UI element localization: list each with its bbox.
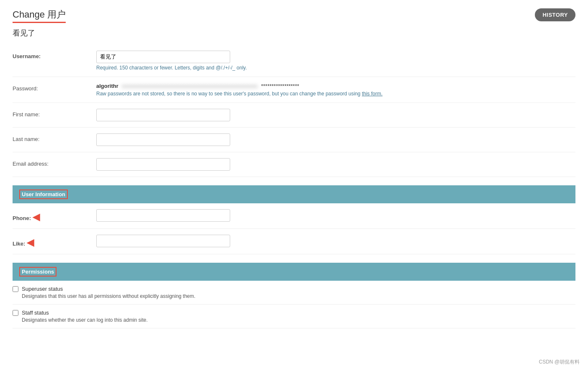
username-field: Required. 150 characters or fewer. Lette… [96, 51, 575, 71]
like-input[interactable] [96, 235, 230, 247]
firstname-row: First name: [13, 103, 575, 128]
superuser-checkbox[interactable] [13, 286, 18, 292]
staff-row: Staff status Designates whether the user… [13, 305, 575, 328]
staff-checkbox[interactable] [13, 310, 18, 316]
staff-label[interactable]: Staff status [13, 310, 575, 316]
lastname-input[interactable] [96, 133, 230, 146]
permissions-section-header: Permissions [13, 263, 575, 281]
superuser-help: Designates that this user has all permis… [13, 293, 575, 299]
lastname-field [96, 133, 575, 146]
password-hash: xxxxxxxxxxxxxxxxxxxxxxxxxxxxxxxxxxxxxxxx… [122, 83, 258, 89]
staff-help: Designates whether the user can log into… [13, 317, 575, 323]
current-username-display: 看见了 [13, 28, 575, 38]
password-label: Password: [13, 83, 96, 92]
firstname-field [96, 109, 575, 121]
user-info-section-header: User Information [13, 185, 575, 203]
user-info-section-label: User Information [19, 190, 68, 199]
firstname-input[interactable] [96, 109, 230, 121]
username-input[interactable] [96, 51, 230, 63]
user-info-section-body: Phone: Like: [13, 203, 575, 254]
email-row: Email address: [13, 152, 575, 177]
user-form: Username: Required. 150 characters or fe… [13, 45, 575, 177]
username-help: Required. 150 characters or fewer. Lette… [96, 65, 575, 71]
username-label: Username: [13, 51, 96, 59]
firstname-label: First name: [13, 109, 96, 118]
password-stars: ****************** [261, 83, 299, 89]
email-input[interactable] [96, 158, 230, 171]
password-row: Password: algorithr xxxxxxxxxxxxxxxxxxxx… [13, 77, 575, 103]
lastname-row: Last name: [13, 128, 575, 152]
superuser-row: Superuser status Designates that this us… [13, 281, 575, 305]
lastname-label: Last name: [13, 133, 96, 142]
like-arrow-icon [27, 241, 34, 247]
password-display: algorithr xxxxxxxxxxxxxxxxxxxxxxxxxxxxxx… [96, 83, 575, 89]
page-title-area: Change 用户 [13, 8, 66, 24]
history-button[interactable]: HISTORY [535, 8, 575, 21]
permissions-section: Permissions Superuser status Designates … [13, 263, 575, 328]
page-header: Change 用户 HISTORY [13, 8, 575, 24]
phone-label: Phone: [13, 209, 96, 223]
password-help: Raw passwords are not stored, so there i… [96, 91, 575, 97]
username-row: Username: Required. 150 characters or fe… [13, 45, 575, 77]
phone-row: Phone: [13, 203, 575, 229]
like-field [96, 235, 575, 247]
like-label: Like: [13, 235, 96, 248]
password-field: algorithr xxxxxxxxxxxxxxxxxxxxxxxxxxxxxx… [96, 83, 575, 97]
email-label: Email address: [13, 158, 96, 167]
phone-input[interactable] [96, 209, 230, 222]
phone-arrow-icon [33, 215, 40, 221]
password-algo: algorithr [96, 83, 118, 89]
like-row: Like: [13, 229, 575, 254]
superuser-label[interactable]: Superuser status [13, 286, 575, 292]
email-field [96, 158, 575, 171]
change-password-link[interactable]: this form. [362, 91, 383, 97]
page-title: Change 用户 [13, 8, 66, 23]
permissions-section-label: Permissions [19, 267, 56, 277]
title-underline [13, 22, 66, 23]
phone-field [96, 209, 575, 222]
